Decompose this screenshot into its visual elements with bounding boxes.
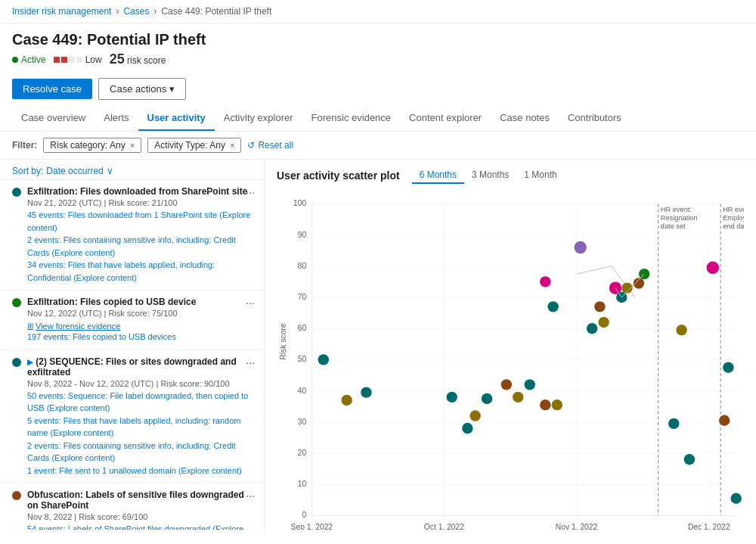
chart-header: User activity scatter plot 6 Months 3 Mo… [277, 160, 744, 190]
tab-activity-explorer[interactable]: Activity explorer [215, 106, 302, 131]
scatter-dot-18[interactable] [598, 317, 609, 328]
risk-category-filter[interactable]: Risk category: Any × [43, 138, 141, 153]
activity-more-button[interactable]: ··· [246, 490, 255, 502]
scatter-dot-6[interactable] [469, 410, 480, 421]
tab-forensic-evidence[interactable]: Forensic evidence [302, 106, 401, 131]
scatter-dot-16[interactable] [587, 323, 597, 334]
scatter-dot-17[interactable] [594, 301, 605, 312]
chevron-down-icon: ▾ [169, 83, 175, 95]
activity-detail-link[interactable]: 5 events: Files that have labels applied… [27, 415, 252, 440]
activity-items-container: Exfiltration: Files downloaded from Shar… [0, 180, 264, 530]
breadcrumb-insider-risk[interactable]: Insider risk management [12, 6, 111, 17]
tab-user-activity[interactable]: User activity [138, 106, 215, 131]
tab-case-overview[interactable]: Case overview [12, 106, 94, 131]
resolve-case-button[interactable]: Resolve case [12, 79, 92, 99]
svg-text:Sep 1, 2022: Sep 1, 2022 [291, 523, 333, 530]
filter-label: Filter: [12, 140, 37, 151]
expand-icon[interactable]: ▶ [27, 358, 33, 366]
scatter-dot-15[interactable] [574, 241, 586, 253]
scatter-dot-1[interactable] [318, 354, 329, 365]
svg-text:Risk score: Risk score [279, 323, 287, 359]
risk-score: 25 risk score [110, 51, 166, 67]
breadcrumb-sep-1: › [116, 6, 119, 17]
activity-detail-link[interactable]: 2 events: Files containing sensitive inf… [27, 234, 252, 259]
time-1month-button[interactable]: 1 Month [516, 167, 564, 184]
status-severity: Low [54, 54, 102, 65]
reset-all-button[interactable]: ↺ Reset all [247, 140, 293, 151]
activity-more-button[interactable]: ··· [246, 356, 255, 368]
activity-more-button[interactable]: ··· [246, 186, 255, 198]
sort-label: Sort by: [12, 166, 43, 176]
scatter-dot-10[interactable] [525, 379, 535, 390]
activity-meta: Nov 8, 2022 | Risk score: 69/100 [27, 512, 252, 521]
reset-icon: ↺ [247, 140, 255, 151]
risk-category-label: Risk category: Any [50, 140, 125, 151]
scatter-dot-9[interactable] [513, 392, 523, 403]
tab-case-notes[interactable]: Case notes [491, 106, 559, 131]
scatter-dot-2[interactable] [341, 395, 352, 406]
breadcrumb-cases[interactable]: Cases [123, 6, 149, 17]
sq4 [76, 57, 82, 63]
activity-detail-link[interactable]: 34 events: Files that have labels applie… [27, 259, 252, 284]
scatter-dot-7[interactable] [482, 393, 492, 404]
svg-text:Dec 1, 2022: Dec 1, 2022 [688, 523, 730, 530]
tab-alerts[interactable]: Alerts [94, 106, 138, 131]
scatter-dot-26[interactable] [684, 454, 695, 465]
scatter-dot-8[interactable] [501, 379, 512, 390]
activity-title: ▶ (2) SEQUENCE: Files or sites downgrade… [27, 356, 252, 378]
svg-text:90: 90 [298, 231, 307, 239]
activity-detail-link[interactable]: 2 events: Files containing sensitive inf… [27, 440, 252, 465]
scatter-dot-5[interactable] [462, 423, 472, 434]
sort-date-button[interactable]: Date occurred [46, 166, 103, 176]
activity-detail-link[interactable]: 1 event: File sent to 1 unallowed domain… [27, 465, 252, 477]
scatter-dot-14[interactable] [552, 399, 562, 410]
sq3 [69, 57, 75, 63]
time-filters: 6 Months 3 Months 1 Month [412, 167, 565, 184]
tab-contributors[interactable]: Contributors [559, 106, 631, 131]
scatter-dot-11[interactable] [540, 399, 550, 410]
activity-dot-icon [12, 298, 21, 307]
scatter-dot-13[interactable] [547, 301, 558, 312]
activity-type-filter[interactable]: Activity Type: Any × [147, 138, 241, 153]
scatter-dot-29[interactable] [723, 362, 733, 372]
list-item: Obfuscation: Labels of sensitive files d… [0, 483, 264, 530]
activity-detail-link[interactable]: 197 events: Files copied to USB devices [27, 331, 252, 343]
activity-detail-link[interactable]: 45 events: Files downloaded from 1 Share… [27, 209, 252, 234]
activity-detail-link[interactable]: 54 events: Labels of SharePoint files do… [27, 523, 252, 530]
activity-detail-link[interactable]: 50 events: Sequence: File label downgrad… [27, 390, 252, 415]
svg-text:10: 10 [298, 480, 307, 488]
activity-links: 50 events: Sequence: File label downgrad… [27, 390, 252, 477]
scatter-dot-12[interactable] [540, 276, 550, 287]
page-title: Case 449: Potential IP theft [12, 31, 744, 48]
scatter-dot-30[interactable] [730, 493, 741, 504]
case-actions-button[interactable]: Case actions ▾ [98, 78, 186, 100]
scatter-plot-svg: 100 90 80 70 60 50 [277, 190, 744, 530]
scatter-dot-25[interactable] [676, 325, 686, 335]
activity-dot-icon [12, 491, 21, 500]
svg-text:HR event:: HR event: [723, 206, 744, 213]
severity-label: Low [85, 54, 102, 65]
time-6months-button[interactable]: 6 Months [412, 167, 464, 184]
svg-text:Resignation: Resignation [661, 214, 698, 222]
activity-more-button[interactable]: ··· [246, 297, 255, 309]
list-item: Exfiltration: Files downloaded from Shar… [0, 180, 264, 291]
tab-content-explorer[interactable]: Content explorer [400, 106, 491, 131]
svg-text:30: 30 [298, 418, 307, 426]
sq2 [61, 57, 67, 63]
svg-text:70: 70 [298, 293, 307, 301]
activity-type-clear-icon[interactable]: × [230, 141, 234, 150]
sort-chevron-icon: ∨ [107, 166, 113, 176]
time-3months-button[interactable]: 3 Months [464, 167, 516, 184]
status-active: Active [12, 54, 46, 65]
scatter-dot-4[interactable] [447, 392, 457, 403]
activity-meta: Nov 21, 2022 (UTC) | Risk score: 21/100 [27, 198, 252, 207]
main-content: Sort by: Date occurred ∨ Exfiltration: F… [0, 160, 756, 530]
scatter-dot-3[interactable] [361, 387, 371, 397]
forensic-evidence-link[interactable]: ⊞ View forensic evidence [27, 322, 120, 331]
scatter-dot-28[interactable] [719, 415, 730, 426]
filter-bar: Filter: Risk category: Any × Activity Ty… [0, 132, 756, 160]
scatter-dot-27[interactable] [707, 262, 719, 274]
risk-category-clear-icon[interactable]: × [130, 141, 135, 150]
activity-links: 45 events: Files downloaded from 1 Share… [27, 209, 252, 284]
scatter-dot-24[interactable] [668, 418, 679, 429]
